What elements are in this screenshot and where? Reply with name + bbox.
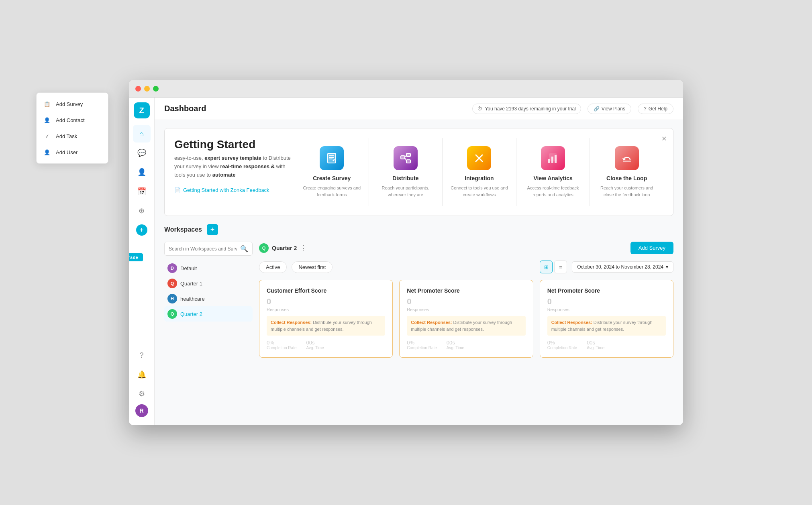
sidebar-item-settings[interactable]: ⚙ — [133, 385, 151, 403]
workspace-label-quarter1: Quarter 1 — [180, 281, 202, 287]
ws-main: Q Quarter 2 ⋮ Add Survey Active Newest f… — [259, 242, 673, 358]
avatar[interactable]: R — [135, 404, 148, 417]
workspace-search-input[interactable] — [169, 246, 237, 252]
sidebar-item-tasks[interactable]: 📅 — [133, 183, 151, 200]
workspace-label-default: Default — [180, 265, 197, 271]
filter-active[interactable]: Active — [259, 261, 287, 273]
nps1-avg-time: 00s Avg. Time — [447, 340, 464, 350]
contacts-icon: 👤 — [137, 168, 146, 177]
nps1-avg-value: 00s — [447, 340, 464, 346]
sidebar-add-button[interactable]: + — [136, 224, 147, 236]
survey-ces-responses: 0 — [267, 297, 385, 306]
getting-started-close[interactable]: ✕ — [661, 135, 667, 143]
sidebar-item-help[interactable]: ? — [133, 346, 151, 364]
get-help-button[interactable]: ? Get Help — [638, 104, 673, 114]
workspace-item-quarter2[interactable]: Q Quarter 2 — [164, 306, 253, 322]
active-workspace-header: Q Quarter 2 ⋮ — [259, 243, 626, 253]
grid-icon: ⊞ — [544, 264, 549, 270]
get-help-label: Get Help — [649, 106, 667, 112]
app-window: Z ⌂ 💬 👤 📅 ⊕ + — [129, 80, 683, 425]
filter-sort[interactable]: Newest first — [292, 261, 333, 273]
workspace-search-container: 🔍 — [164, 242, 253, 256]
workspace-dot-quarter1: Q — [167, 279, 177, 288]
ces-avg-time: 00s Avg. Time — [306, 340, 324, 350]
sidebar-bottom: ? 🔔 ⚙ R — [133, 346, 151, 420]
workspaces-add-button[interactable]: + — [207, 224, 218, 235]
ces-completion-value: 0% — [267, 340, 296, 346]
analytics-desc: Access real-time feedback reports and an… — [523, 185, 583, 198]
upgrade-label: Upgrade — [129, 255, 139, 260]
list-icon: ≡ — [559, 264, 562, 270]
survey-card-nps2[interactable]: Net Promoter Score 0 Responses Collect R… — [540, 280, 673, 358]
add-survey-button[interactable]: Add Survey — [630, 242, 673, 254]
list-view-button[interactable]: ≡ — [554, 261, 567, 273]
loop-icon — [615, 146, 639, 170]
nps2-avg-time: 00s Avg. Time — [587, 340, 604, 350]
minimize-button[interactable] — [144, 86, 150, 92]
survey-nps2-responses-label: Responses — [547, 307, 666, 312]
ws-body: 🔍 D Default Q Quarter 1 H healthcare — [164, 242, 673, 358]
ces-stats: 0% Completion Rate 00s Avg. Time — [267, 340, 385, 350]
ces-avg-label: Avg. Time — [306, 346, 324, 350]
gs-layout: Getting Started easy-to-use, expert surv… — [174, 138, 663, 206]
distribute-icon — [394, 146, 418, 170]
link-icon: 🔗 — [594, 106, 600, 112]
doc-icon: 📄 — [174, 187, 181, 193]
logo[interactable]: Z — [134, 102, 150, 118]
date-range-picker[interactable]: October 30, 2024 to November 28, 2024 ▾ — [572, 261, 673, 273]
close-button[interactable] — [135, 86, 141, 92]
ces-completion-rate: 0% Completion Rate — [267, 340, 296, 350]
ws-sidebar: 🔍 D Default Q Quarter 1 H healthcare — [164, 242, 253, 358]
nps2-avg-value: 00s — [587, 340, 604, 346]
getting-started-description: easy-to-use, expert survey template to D… — [174, 154, 295, 179]
gs-card-analytics[interactable]: View Analytics Access real-time feedback… — [516, 138, 590, 206]
ces-completion-label: Completion Rate — [267, 346, 296, 350]
upgrade-badge[interactable]: Upgrade — [129, 253, 143, 261]
survey-nps2-title: Net Promoter Score — [547, 287, 666, 294]
workspace-item-healthcare[interactable]: H healthcare — [164, 291, 253, 306]
sidebar-item-home[interactable]: ⌂ — [133, 125, 151, 143]
survey-card-ces[interactable]: Customer Effort Score 0 Responses Collec… — [259, 280, 393, 358]
nps1-completion-rate: 0% Completion Rate — [407, 340, 437, 350]
ws-header: Workspaces + — [164, 224, 673, 235]
nps1-stats: 0% Completion Rate 00s Avg. Time — [407, 340, 525, 350]
grid-view-button[interactable]: ⊞ — [540, 261, 553, 273]
workspace-item-default[interactable]: D Default — [164, 261, 253, 276]
gs-card-create-survey[interactable]: Create Survey Create engaging surveys an… — [295, 138, 369, 206]
create-survey-title: Create Survey — [302, 175, 362, 181]
gs-card-close-loop[interactable]: Close the Loop Reach your customers and … — [590, 138, 663, 206]
getting-started-title: Getting Started — [174, 138, 295, 151]
svg-rect-0 — [328, 153, 336, 163]
create-survey-desc: Create engaging surveys and feedback for… — [302, 185, 362, 198]
ces-collect-banner: Collect Responses: Distribute your surve… — [267, 316, 385, 336]
workspaces-title: Workspaces — [164, 226, 202, 233]
ces-avg-value: 00s — [306, 340, 324, 346]
top-header: Dashboard ⏱ You have 2193 days remaining… — [155, 98, 683, 120]
workspace-dot-quarter2: Q — [167, 309, 177, 319]
date-range-text: October 30, 2024 to November 28, 2024 — [577, 264, 663, 270]
bell-icon: 🔔 — [137, 370, 146, 379]
integration-desc: Connect to tools you use and create work… — [449, 185, 510, 198]
sidebar-item-contacts[interactable]: 👤 — [133, 163, 151, 181]
maximize-button[interactable] — [153, 86, 159, 92]
sidebar-item-extra[interactable]: ⊕ — [133, 202, 151, 220]
sidebar-item-notifications[interactable]: 🔔 — [133, 366, 151, 383]
nps2-completion-label: Completion Rate — [547, 346, 577, 350]
getting-started-link[interactable]: 📄 Getting Started with Zonka Feedback — [174, 187, 295, 193]
sidebar-item-chat[interactable]: 💬 — [133, 144, 151, 162]
workspace-item-quarter1[interactable]: Q Quarter 1 — [164, 276, 253, 291]
workspace-more-button[interactable]: ⋮ — [300, 244, 307, 252]
active-workspace-name: Quarter 2 — [272, 245, 297, 251]
traffic-lights — [135, 86, 159, 92]
chat-icon: 💬 — [137, 149, 146, 157]
view-plans-button[interactable]: 🔗 View Plans — [588, 104, 631, 114]
svg-rect-7 — [406, 153, 410, 157]
survey-ces-title: Customer Effort Score — [267, 287, 385, 294]
distribute-desc: Reach your participants, wherever they a… — [375, 185, 436, 198]
workspaces-section: Workspaces + 🔍 D Default — [164, 224, 673, 358]
gs-card-distribute[interactable]: Distribute Reach your participants, wher… — [369, 138, 443, 206]
gs-card-integration[interactable]: Integration Connect to tools you use and… — [443, 138, 516, 206]
sidebar-nav: ⌂ 💬 👤 📅 ⊕ + — [133, 125, 151, 346]
help-icon: ? — [139, 351, 143, 360]
survey-card-nps1[interactable]: Net Promoter Score 0 Responses Collect R… — [399, 280, 533, 358]
